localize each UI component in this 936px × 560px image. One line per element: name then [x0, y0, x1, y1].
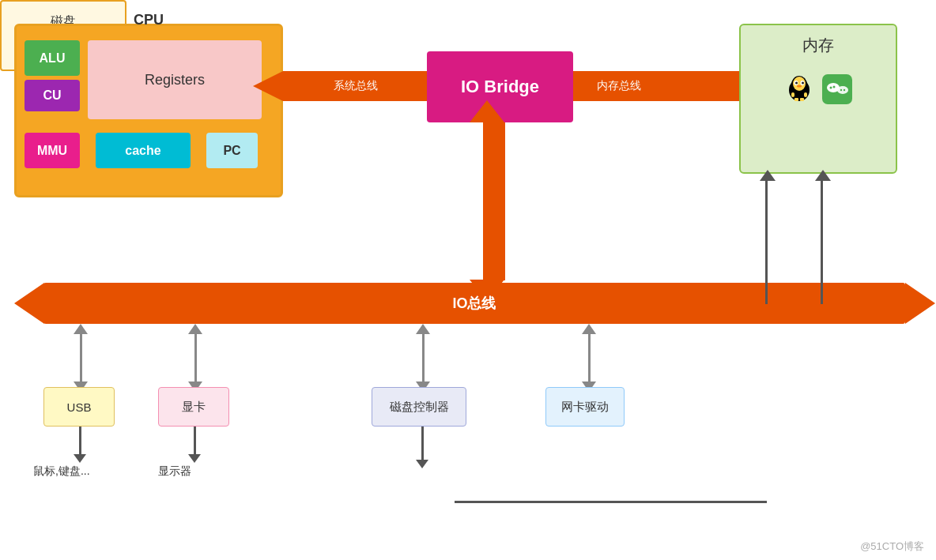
svg-point-16: [833, 86, 836, 88]
alu-box: ALU: [25, 40, 80, 76]
memory-icons: [784, 74, 852, 104]
svg-rect-11: [800, 98, 804, 101]
io-bus-arrow-right: [905, 283, 935, 324]
cache-box: cache: [96, 133, 191, 168]
pc-box: PC: [206, 133, 258, 168]
svg-point-18: [844, 89, 845, 91]
qq-icon: [784, 74, 814, 104]
svg-point-17: [840, 89, 842, 91]
io-bus-arrow-left: [14, 283, 44, 324]
mem-bus-bar: 内存总线: [573, 71, 739, 101]
svg-point-14: [837, 86, 848, 94]
mem-line-left: [765, 174, 768, 304]
sys-bus-arrow-left: [253, 71, 283, 101]
watermark: @51CTO博客: [860, 539, 924, 554]
mmu-box: MMU: [25, 133, 80, 168]
vert-arrow-top: [470, 100, 504, 122]
usb-dbl-arrow: [74, 324, 88, 392]
svg-point-15: [830, 87, 832, 89]
wechat-icon: [822, 74, 852, 104]
svg-point-6: [802, 82, 804, 85]
memory-label: 内存: [802, 35, 834, 56]
svg-rect-10: [794, 98, 798, 101]
registers-box: Registers: [88, 40, 262, 119]
mem-bus-label: 内存总线: [597, 79, 641, 93]
disk-to-mem-line: [455, 501, 767, 503]
sys-bus-label: 系统总线: [334, 79, 378, 93]
vert-connect-bar: [483, 122, 505, 280]
svg-point-7: [797, 85, 802, 88]
memory-box: 内存: [739, 24, 897, 174]
diagram: CPU Registers ALU CU MMU cache PC 系统总线 内…: [0, 0, 936, 560]
svg-rect-8: [791, 92, 794, 97]
io-bus-bar: IO总线: [43, 283, 905, 324]
display-card-box: 显卡: [158, 387, 229, 427]
mem-arrow-up-right: [815, 170, 831, 181]
display-card-dbl-arrow: [188, 324, 202, 392]
disk-ctrl-dbl-arrow: [416, 324, 430, 392]
display-down-arrow: [188, 427, 201, 463]
svg-point-5: [795, 82, 798, 85]
svg-rect-9: [804, 92, 807, 97]
disk-ctrl-box: 磁盘控制器: [372, 387, 466, 427]
monitor-label: 显示器: [158, 464, 191, 479]
disk-ctrl-down-arrow: [416, 427, 428, 468]
cu-box: CU: [25, 80, 80, 111]
mem-line-right: [821, 174, 823, 304]
nic-box: 网卡驱动: [545, 387, 625, 427]
cpu-label: CPU: [134, 12, 164, 28]
sys-bus-bar: 系统总线: [283, 71, 428, 101]
mem-arrow-up-left: [760, 170, 776, 181]
usb-down-arrow: [74, 427, 86, 463]
usb-box: USB: [43, 387, 115, 427]
nic-dbl-arrow: [582, 324, 596, 392]
cpu-box: CPU Registers ALU CU MMU cache PC: [14, 24, 283, 197]
mouse-keyboard-label: 鼠标,键盘...: [33, 464, 90, 479]
